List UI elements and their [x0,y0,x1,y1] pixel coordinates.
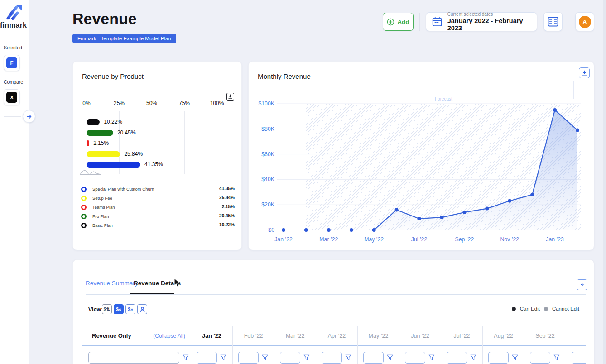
filter-funnel-icon[interactable] [183,354,189,361]
arrow-right-icon [26,114,32,120]
plan-badge[interactable]: Finmark - Template Example Model Plan [72,34,176,43]
month-header[interactable]: Jul ’22 [441,326,482,346]
month-header[interactable]: Sep ’22 [524,326,566,346]
sidebar-expand-button[interactable] [23,110,35,123]
bar-3 [87,151,120,157]
account-button[interactable]: A [575,12,594,31]
revenue-details-card: Revenue Summary Revenue Details View: $⇅… [72,259,594,364]
bar-gridline [184,111,185,174]
date-range-value: January 2022 - February 2023 [447,17,531,32]
table-columns-icon [548,17,558,27]
revenue-details-table: Revenue Only (Collapse All) Jan ’22 Feb … [82,326,586,364]
tab-revenue-details[interactable]: Revenue Details [134,280,181,287]
tab-revenue-summary[interactable]: Revenue Summary [86,280,138,287]
view-button-person-view-icon[interactable] [137,304,147,314]
bar-axis-tick: 0% [82,100,90,106]
table-column-row-labels: Revenue Only (Collapse All) [82,326,191,364]
bar-value-label: 10.22% [104,119,122,125]
month-header[interactable]: Apr ’22 [316,326,357,346]
filter-funnel-icon[interactable] [470,354,476,361]
view-button-dollar-sort-icon[interactable]: $⇅ [102,304,112,314]
date-range-selector[interactable]: Current selected dates January 2022 - Fe… [426,12,537,31]
edit-legend-label: Can Edit [520,306,540,311]
avatar: A [579,16,591,28]
header-divider-2 [569,13,569,31]
filter-funnel-icon[interactable] [428,354,435,361]
legend-value: 41.35% [219,186,235,191]
month-header[interactable]: May ’22 [358,326,399,346]
selected-label: Selected [4,45,22,50]
filter-cell [566,346,586,364]
table-column-month: May ’22 [357,326,399,364]
monthly-revenue-chart: Forecast$0$20K$40K$60K$80K$100KJan ’22Ma… [249,93,595,247]
month-filter-input[interactable] [322,352,342,364]
bar-value-label: 25.84% [124,151,143,157]
month-header[interactable]: Jan ’22 [191,326,232,346]
add-button[interactable]: Add [383,13,414,31]
row-filter-input[interactable] [88,352,179,364]
filter-cell [399,346,441,364]
filter-funnel-icon[interactable] [262,354,268,361]
date-caption: Current selected dates [447,12,531,17]
month-header[interactable]: Jun ’22 [399,326,441,346]
sidebar-divider [4,116,21,117]
filter-cell [524,346,566,364]
month-filter-input[interactable] [280,352,300,364]
svg-text:Jul ’22: Jul ’22 [411,236,428,243]
selected-model-button[interactable]: F [4,55,20,71]
download-table-button[interactable] [577,279,587,290]
table-column-month: Feb ’22 [232,326,274,364]
page-scrollbar[interactable] [603,0,606,364]
svg-text:Forecast: Forecast [435,96,452,101]
legend-row[interactable]: Special Plan with Custom Churn 41.35% [73,185,242,194]
filter-funnel-icon[interactable] [512,354,518,361]
month-filter-input[interactable] [488,352,509,364]
edit-legend-label: Cannot Edit [552,306,579,311]
revenue-by-product-title: Revenue by Product [82,72,144,80]
month-filter-input[interactable] [447,352,467,364]
view-button-dollar-expand-right-icon[interactable]: $» [125,304,135,314]
month-header[interactable]: Mar ’22 [274,326,316,346]
collapse-all-link[interactable]: (Collapse All) [153,333,185,339]
legend-row[interactable]: Setup Fee 25.84% [73,194,242,203]
svg-text:Sep ’22: Sep ’22 [455,236,474,243]
summary-columns-button[interactable] [543,12,563,31]
view-button-dollar-collapse-left-icon[interactable]: $« [114,304,124,314]
month-filter-input[interactable] [238,352,259,364]
month-filter-input[interactable] [363,352,384,364]
compare-model-button[interactable]: X [4,89,20,105]
legend-label: Teams Plan [92,205,115,210]
month-filter-input[interactable] [405,352,425,364]
legend-row[interactable]: Basic Plan 10.22% [73,221,242,230]
month-header[interactable]: Aug ’22 [483,326,524,346]
filter-funnel-icon[interactable] [220,354,226,361]
month-filter-input[interactable] [530,352,550,364]
revenue-by-product-card: Revenue by Product 0%25%50%75%100%10.22%… [72,61,242,250]
month-filter-input[interactable] [572,352,586,364]
download-icon [582,70,587,76]
download-chart-button[interactable] [226,93,234,101]
bar-gridline [217,111,217,174]
svg-text:$80K: $80K [261,126,275,132]
bar-value-label: 20.45% [117,130,136,136]
table-column-month: Aug ’22 [482,326,524,364]
download-icon [228,94,233,99]
month-header[interactable]: Feb ’22 [233,326,274,346]
svg-text:Jan ’23: Jan ’23 [546,236,564,243]
month-filter-input[interactable] [197,352,217,364]
selected-model-chip: F [6,57,17,68]
filter-funnel-icon[interactable] [553,354,560,361]
bar-4 [87,162,140,168]
bar-1 [87,130,113,136]
filter-funnel-icon[interactable] [387,354,393,361]
svg-text:Mar ’22: Mar ’22 [319,236,338,243]
bar-value-label: 2.15% [93,140,109,146]
filter-funnel-icon[interactable] [345,354,351,361]
legend-row[interactable]: Pro Plan 20.45% [73,212,242,221]
legend-label: Pro Plan [92,214,109,219]
download-chart-button[interactable] [579,67,590,78]
legend-row[interactable]: Teams Plan 2.15% [73,203,242,212]
legend-value: 25.84% [219,195,235,200]
brand-name: finmark [0,21,26,29]
filter-funnel-icon[interactable] [303,354,310,361]
